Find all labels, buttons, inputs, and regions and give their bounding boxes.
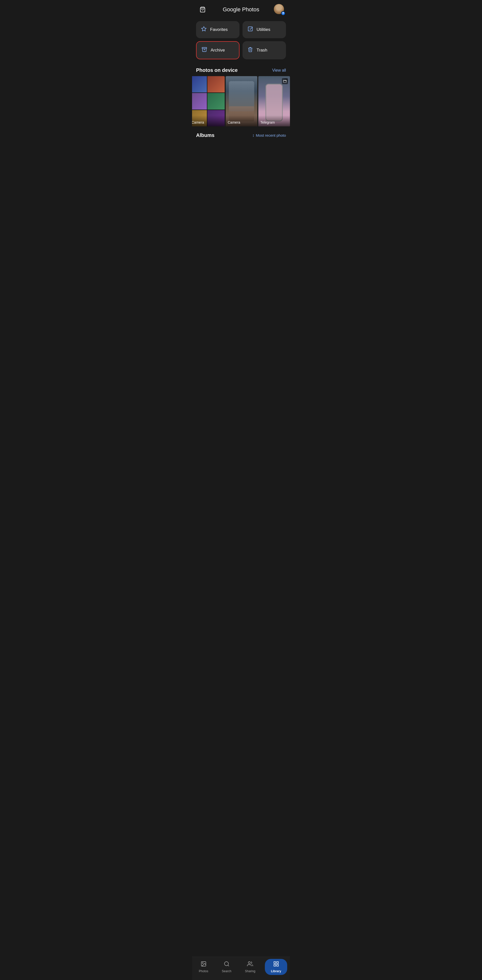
trash-button[interactable]: Trash [243, 41, 286, 59]
archive-button[interactable]: Archive [196, 41, 239, 59]
camera-single-label: Camera [226, 115, 257, 126]
photos-on-device-header: Photos on device View all [192, 62, 290, 76]
photos-section-title: Photos on device [196, 67, 238, 73]
favorites-button[interactable]: Favorites [196, 21, 239, 38]
svg-rect-2 [248, 27, 252, 31]
view-all-link[interactable]: View all [272, 68, 286, 73]
app-title: Google Photos [223, 6, 259, 13]
shopping-bag-button[interactable] [197, 4, 208, 15]
upload-icon [282, 12, 284, 14]
title-google: Google [223, 6, 241, 13]
shopping-bag-icon [200, 6, 206, 13]
photo-grid: Camera Camera ≡ Telegram [192, 76, 290, 126]
collage-cell-2 [208, 76, 225, 92]
collage-cell-3 [192, 93, 207, 109]
utilities-label: Utilities [257, 27, 270, 32]
svg-rect-3 [202, 48, 207, 49]
favorites-label: Favorites [210, 27, 228, 32]
most-recent-photo-button[interactable]: ↕ Most recent photo [252, 133, 286, 138]
camera-single-item[interactable]: Camera [226, 76, 257, 126]
utilities-button[interactable]: Utilities [243, 21, 286, 38]
telegram-item[interactable]: ≡ Telegram [258, 76, 290, 126]
check-square-icon [247, 26, 253, 33]
camera-collage-label: Camera [192, 115, 225, 126]
profile-avatar-button[interactable] [274, 4, 285, 15]
upload-badge [281, 11, 285, 16]
archive-icon [201, 47, 207, 54]
sort-icon: ↕ [252, 133, 254, 138]
most-recent-label: Most recent photo [256, 133, 286, 137]
star-icon [201, 26, 207, 33]
trash-icon [247, 47, 253, 54]
utility-grid: Favorites Utilities Archive [192, 18, 290, 62]
telegram-label: Telegram [258, 115, 290, 126]
trash-label: Trash [257, 48, 267, 53]
svg-rect-4 [284, 80, 287, 83]
collage-cell-1 [192, 76, 207, 92]
header: Google Photos [192, 0, 290, 18]
camera-collage-item[interactable]: Camera [192, 76, 225, 126]
svg-marker-1 [201, 27, 206, 31]
archive-label: Archive [211, 48, 225, 53]
nav-spacer [192, 142, 290, 165]
title-photos: Photos [241, 6, 259, 13]
collage-cell-4 [208, 93, 225, 109]
albums-section-header: Albums ↕ Most recent photo [192, 126, 290, 142]
albums-title: Albums [196, 132, 214, 138]
telegram-folder-icon [282, 78, 288, 84]
